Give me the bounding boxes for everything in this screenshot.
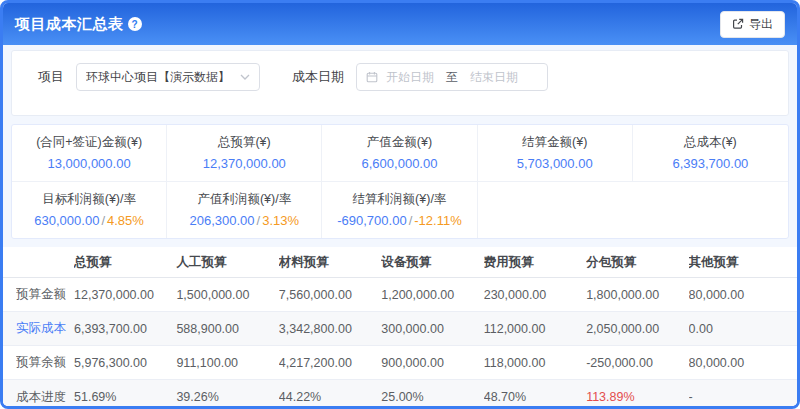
table-header-row: 总预算 人工预算 材料预算 设备预算 费用预算 分包预算 其他预算 (3, 247, 797, 278)
table-cell: 5,976,300.00 (74, 356, 176, 370)
row-label: 预算金额 (16, 286, 74, 303)
summary-row-1: (合同+签证)金额(¥) 13,000,000.00 总预算(¥) 12,370… (12, 125, 788, 182)
help-question-icon[interactable]: ? (128, 17, 142, 31)
summary-amount-rate: 206,300.00/3.13% (171, 212, 317, 230)
cost-table: 总预算 人工预算 材料预算 设备预算 费用预算 分包预算 其他预算 预算金额 1… (3, 247, 797, 409)
summary-value: 6,600,000.00 (326, 155, 472, 173)
summary-label: 总预算(¥) (171, 134, 317, 151)
slash-separator: / (99, 213, 107, 228)
summary-row-2: 目标利润额(¥)/率 630,000.00/4.85% 产值利润额(¥)/率 2… (12, 182, 788, 238)
summary-output-profit: 产值利润额(¥)/率 206,300.00/3.13% (167, 182, 322, 238)
summary-panel: (合同+签证)金额(¥) 13,000,000.00 总预算(¥) 12,370… (11, 124, 789, 239)
table-row-budget-balance: 预算余额 5,976,300.00 911,100.00 4,217,200.0… (3, 346, 797, 380)
date-start-input[interactable]: 开始日期 (386, 69, 434, 86)
summary-output-amount: 产值金额(¥) 6,600,000.00 (322, 125, 477, 181)
table-cell: 911,100.00 (176, 356, 278, 370)
table-cell: 230,000.00 (484, 288, 586, 302)
profit-rate: -12.11% (414, 213, 461, 228)
filter-panel: 项目 环球中心项目【演示数据】 成本日期 开始 (11, 50, 789, 116)
row-label: 预算余额 (16, 354, 74, 371)
project-select[interactable]: 环球中心项目【演示数据】 (76, 63, 260, 91)
table-cell: 80,000.00 (689, 288, 791, 302)
summary-label: 总成本(¥) (637, 134, 784, 151)
table-cell: 2,050,000.00 (586, 322, 688, 336)
summary-amount-rate: -690,700.00/-12.11% (326, 212, 472, 230)
cost-date-label: 成本日期 (292, 68, 344, 86)
table-cell: 12,370,000.00 (74, 288, 176, 302)
summary-amount-rate: 630,000.00/4.85% (16, 212, 162, 230)
column-header-subcontract-budget: 分包预算 (586, 254, 688, 271)
export-button-label: 导出 (749, 16, 773, 33)
summary-target-profit: 目标利润额(¥)/率 630,000.00/4.85% (12, 182, 167, 238)
title-group: 项目成本汇总表 ? (15, 15, 142, 34)
profit-rate: 3.13% (262, 213, 299, 228)
date-separator: 至 (442, 69, 462, 86)
export-button[interactable]: 导出 (720, 11, 785, 38)
page-title: 项目成本汇总表 (15, 15, 124, 34)
cost-date-filter: 成本日期 开始日期 至 结束日期 (292, 63, 548, 91)
profit-amount: 206,300.00 (190, 213, 255, 228)
column-header-material-budget: 材料预算 (279, 254, 381, 271)
project-filter-label: 项目 (38, 68, 64, 86)
table-cell: 1,800,000.00 (586, 288, 688, 302)
summary-label: 结算利润额(¥)/率 (326, 191, 472, 208)
summary-label: 产值利润额(¥)/率 (171, 191, 317, 208)
date-range-input[interactable]: 开始日期 至 结束日期 (356, 63, 548, 91)
column-header-other-budget: 其他预算 (689, 254, 791, 271)
table-cell: 4,217,200.00 (279, 356, 381, 370)
table-cell: 300,000.00 (381, 322, 483, 336)
summary-total-budget: 总预算(¥) 12,370,000.00 (167, 125, 322, 181)
table-cell: 39.26% (176, 390, 278, 404)
table-cell: 80,000.00 (689, 356, 791, 370)
over-budget-progress-cell: 113.89% (586, 390, 688, 404)
summary-label: 目标利润额(¥)/率 (16, 191, 162, 208)
table-cell: 0.00 (689, 322, 791, 336)
title-bar: 项目成本汇总表 ? 导出 (3, 3, 797, 45)
row-label: 成本进度 (16, 389, 74, 406)
summary-contract-amount: (合同+签证)金额(¥) 13,000,000.00 (12, 125, 167, 181)
table-cell: 900,000.00 (381, 356, 483, 370)
project-select-value: 环球中心项目【演示数据】 (86, 69, 230, 86)
table-cell: 51.69% (74, 390, 176, 404)
calendar-icon (366, 71, 378, 83)
table-cell: 7,560,000.00 (279, 288, 381, 302)
summary-label: (合同+签证)金额(¥) (16, 134, 162, 151)
table-cell: 118,000.00 (484, 356, 586, 370)
project-filter: 项目 环球中心项目【演示数据】 (38, 63, 260, 91)
table-cell: 588,900.00 (176, 322, 278, 336)
chevron-down-icon (240, 74, 250, 80)
column-header-expense-budget: 费用预算 (484, 254, 586, 271)
table-cell: 6,393,700.00 (74, 322, 176, 336)
table-row-cost-progress: 成本进度 51.69% 39.26% 44.22% 25.00% 48.70% … (3, 380, 797, 409)
summary-label: 结算金额(¥) (482, 134, 628, 151)
table-cell: 112,000.00 (484, 322, 586, 336)
summary-value: 13,000,000.00 (16, 155, 162, 173)
column-header-total-budget: 总预算 (74, 254, 176, 271)
table-row-budget-amount: 预算金额 12,370,000.00 1,500,000.00 7,560,00… (3, 278, 797, 312)
column-header-equipment-budget: 设备预算 (381, 254, 483, 271)
date-end-input[interactable]: 结束日期 (470, 69, 518, 86)
summary-empty-cell (478, 182, 633, 238)
table-cell: 25.00% (381, 390, 483, 404)
app-window: 项目成本汇总表 ? 导出 项目 环球中心项目【演示数据】 (0, 0, 800, 409)
summary-value: 12,370,000.00 (171, 155, 317, 173)
profit-rate: 4.85% (107, 213, 144, 228)
table-row-actual-cost: 实际成本 6,393,700.00 588,900.00 3,342,800.0… (3, 312, 797, 346)
summary-label: 产值金额(¥) (326, 134, 472, 151)
table-cell: 1,500,000.00 (176, 288, 278, 302)
profit-amount: -690,700.00 (337, 213, 406, 228)
table-cell: 1,200,000.00 (381, 288, 483, 302)
table-cell: 3,342,800.00 (279, 322, 381, 336)
table-cell: -250,000.00 (586, 356, 688, 370)
profit-amount: 630,000.00 (34, 213, 99, 228)
table-cell: - (689, 390, 791, 404)
summary-settlement-profit: 结算利润额(¥)/率 -690,700.00/-12.11% (322, 182, 477, 238)
table-cell: 48.70% (484, 390, 586, 404)
actual-cost-link[interactable]: 实际成本 (16, 320, 74, 337)
export-icon (732, 18, 744, 30)
summary-total-cost: 总成本(¥) 6,393,700.00 (633, 125, 788, 181)
summary-value: 5,703,000.00 (482, 155, 628, 173)
table-cell: 44.22% (279, 390, 381, 404)
summary-settlement-amount: 结算金额(¥) 5,703,000.00 (478, 125, 633, 181)
summary-empty-cell (633, 182, 788, 238)
